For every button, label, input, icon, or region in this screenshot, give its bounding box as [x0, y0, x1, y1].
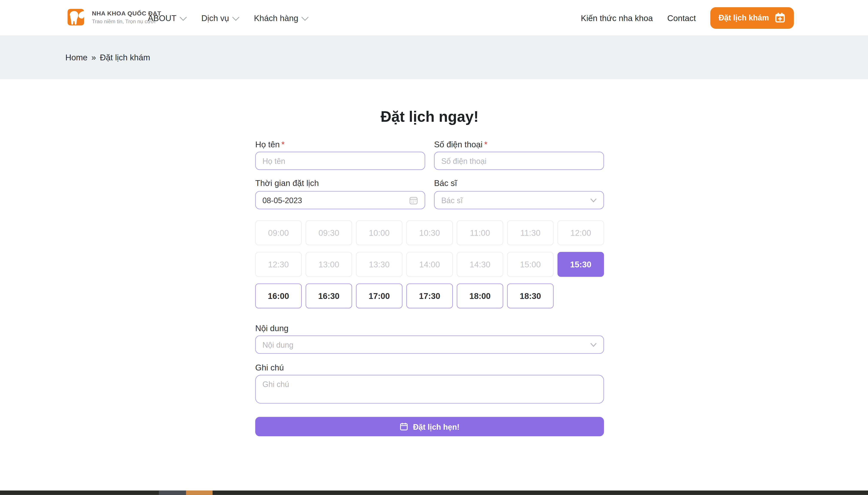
chevron-down-icon: [179, 13, 187, 20]
content-select[interactable]: Nội dung: [255, 336, 604, 354]
time-slot-11:00: 11:00: [457, 220, 503, 245]
required-asterisk: *: [484, 140, 487, 149]
time-slot-18:30[interactable]: 18:30: [507, 284, 554, 308]
time-slot-10:00: 10:00: [356, 220, 403, 245]
time-slot-12:30: 12:30: [255, 252, 302, 277]
doctor-label: Bác sĩ: [434, 178, 457, 188]
nav-item-label: Khách hàng: [254, 13, 298, 22]
phone-input[interactable]: [434, 152, 604, 170]
breadcrumb-band: Home » Đặt lịch khám: [0, 35, 868, 79]
nav-item-about[interactable]: ABOUT: [148, 13, 185, 22]
time-slot-grid: 09:0009:3010:0010:3011:0011:3012:0012:30…: [255, 220, 604, 308]
chevron-down-icon: [590, 198, 597, 203]
time-slot-14:00: 14:00: [406, 252, 453, 277]
submit-booking-label: Đặt lịch hẹn!: [413, 422, 459, 431]
nav-item-label: ABOUT: [148, 13, 176, 22]
time-slot-17:00[interactable]: 17:00: [356, 284, 403, 308]
calendar-icon: [400, 422, 408, 431]
time-slot-17:30[interactable]: 17:30: [406, 284, 453, 308]
time-slot-15:30[interactable]: 15:30: [557, 252, 604, 277]
chevron-down-icon: [301, 13, 308, 20]
required-asterisk: *: [281, 140, 284, 149]
time-slot-11:30: 11:30: [507, 220, 554, 245]
submit-booking-button[interactable]: Đặt lịch hẹn!: [255, 417, 604, 436]
tooth-logo-icon: [65, 7, 86, 28]
time-slot-16:30[interactable]: 16:30: [306, 284, 352, 308]
content-label: Nội dung: [255, 323, 289, 333]
date-label: Thời gian đặt lịch: [255, 178, 319, 188]
time-slot-10:30: 10:30: [406, 220, 453, 245]
page: NHA KHOA QUỐC ĐẠT Trao niềm tin, Trọn nụ…: [0, 0, 868, 495]
name-label: Họ tên*: [255, 140, 284, 149]
main-nav: ABOUT Dịch vụ Khách hàng: [148, 0, 307, 35]
time-slot-13:30: 13:30: [356, 252, 403, 277]
date-value: 08-05-2023: [262, 195, 409, 204]
time-slot-15:00: 15:00: [507, 252, 554, 277]
footer-edge-strip: [0, 491, 868, 495]
nav-link-contact[interactable]: Contact: [667, 13, 696, 22]
calendar-plus-icon: [775, 12, 786, 23]
nav-item-label: Dịch vụ: [202, 13, 229, 22]
time-slot-13:00: 13:00: [306, 252, 352, 277]
time-slot-09:00: 09:00: [255, 220, 302, 245]
nav-item-dich-vu[interactable]: Dịch vụ: [202, 13, 238, 22]
footer-edge-segment: [159, 491, 186, 495]
nav-link-kien-thuc[interactable]: Kiến thức nha khoa: [581, 13, 653, 22]
doctor-placeholder: Bác sĩ: [441, 195, 590, 204]
book-appointment-label: Đặt lịch khám: [718, 13, 769, 22]
time-slot-09:30: 09:30: [306, 220, 352, 245]
nav-item-khach-hang[interactable]: Khách hàng: [254, 13, 307, 22]
book-appointment-button[interactable]: Đặt lịch khám: [710, 7, 794, 29]
breadcrumb: Home » Đặt lịch khám: [65, 35, 150, 79]
note-label: Ghi chú: [255, 363, 284, 372]
chevron-down-icon: [590, 342, 597, 347]
breadcrumb-home-link[interactable]: Home: [65, 53, 87, 62]
logo[interactable]: NHA KHOA QUỐC ĐẠT Trao niềm tin, Trọn nụ…: [65, 7, 161, 28]
breadcrumb-separator: »: [91, 53, 96, 62]
time-slot-14:30: 14:30: [457, 252, 503, 277]
header: NHA KHOA QUỐC ĐẠT Trao niềm tin, Trọn nụ…: [0, 0, 868, 35]
header-right: Kiến thức nha khoa Contact Đặt lịch khám: [581, 0, 794, 35]
time-slot-12:00: 12:00: [557, 220, 604, 245]
doctor-select[interactable]: Bác sĩ: [434, 191, 604, 209]
phone-label: Số điện thoại*: [434, 140, 487, 149]
content-placeholder: Nội dung: [262, 340, 590, 349]
name-input[interactable]: [255, 152, 425, 170]
date-input[interactable]: 08-05-2023: [255, 191, 425, 209]
breadcrumb-current: Đặt lịch khám: [100, 53, 150, 62]
time-slot-16:00[interactable]: 16:00: [255, 284, 302, 308]
note-textarea[interactable]: [255, 375, 604, 404]
footer-edge-segment: [186, 491, 213, 495]
calendar-icon: [409, 195, 418, 204]
page-title: Đặt lịch ngay!: [255, 108, 604, 126]
chevron-down-icon: [232, 13, 239, 20]
time-slot-18:00[interactable]: 18:00: [457, 284, 503, 308]
